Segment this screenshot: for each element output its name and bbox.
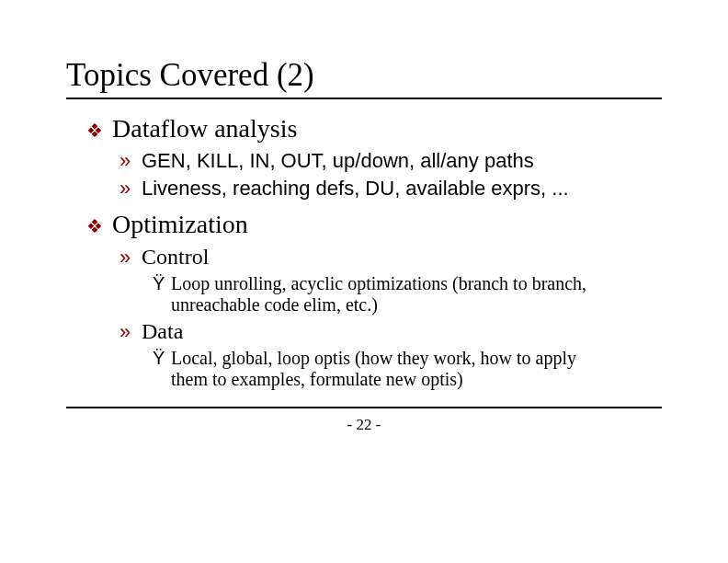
sub-item: » Data — [119, 319, 662, 344]
bullet-item: ❖ Dataflow analysis — [86, 114, 662, 144]
subsub-list: Ÿ Local, global, loop optis (how they wo… — [153, 348, 662, 390]
content: ❖ Dataflow analysis » GEN, KILL, IN, OUT… — [86, 114, 662, 390]
title-rule — [66, 98, 662, 99]
sub-item: » GEN, KILL, IN, OUT, up/down, all/any p… — [119, 149, 662, 173]
footer-rule — [66, 407, 662, 408]
slide: Topics Covered (2) ❖ Dataflow analysis »… — [0, 0, 728, 434]
diamond-icon: ❖ — [86, 215, 103, 237]
raquo-icon: » — [119, 149, 132, 173]
subsub-text: Loop unrolling, acyclic optimizations (b… — [171, 273, 612, 316]
sub-text: GEN, KILL, IN, OUT, up/down, all/any pat… — [142, 149, 534, 173]
y-icon: Ÿ — [153, 348, 167, 369]
page-number: - 22 - — [66, 416, 662, 434]
subsub-text: Local, global, loop optis (how they work… — [171, 348, 612, 390]
sub-text: Data — [142, 319, 183, 344]
sub-list: » Control Ÿ Loop unrolling, acyclic opti… — [119, 245, 662, 390]
bullet-item: ❖ Optimization — [86, 210, 662, 239]
raquo-icon: » — [119, 177, 132, 201]
slide-title: Topics Covered (2) — [66, 57, 662, 94]
sub-item: » Control — [119, 245, 662, 270]
bullet-text: Optimization — [112, 210, 248, 239]
raquo-icon: » — [119, 246, 132, 270]
sub-text: Liveness, reaching defs, DU, available e… — [142, 177, 569, 201]
bullet-text: Dataflow analysis — [112, 114, 297, 144]
sub-list: » GEN, KILL, IN, OUT, up/down, all/any p… — [119, 149, 662, 201]
raquo-icon: » — [119, 320, 132, 344]
diamond-icon: ❖ — [86, 120, 103, 142]
sub-item: » Liveness, reaching defs, DU, available… — [119, 177, 662, 201]
sub-text: Control — [142, 245, 209, 270]
y-icon: Ÿ — [153, 273, 167, 294]
subsub-item: Ÿ Local, global, loop optis (how they wo… — [153, 348, 662, 390]
subsub-item: Ÿ Loop unrolling, acyclic optimizations … — [153, 273, 662, 316]
subsub-list: Ÿ Loop unrolling, acyclic optimizations … — [153, 273, 662, 316]
